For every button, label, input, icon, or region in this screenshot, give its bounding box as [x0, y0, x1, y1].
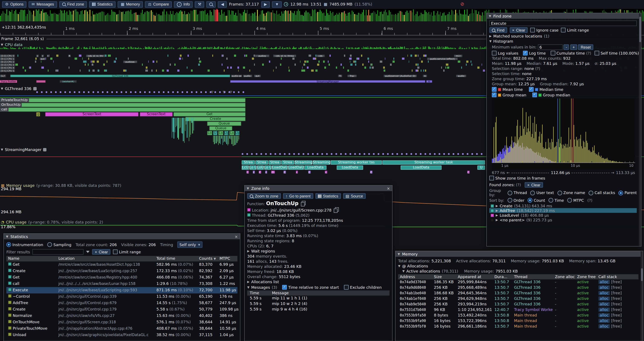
timeline-zone[interactable]: Strea: [242, 160, 255, 165]
timeline-zone[interactable]: Up: [235, 131, 240, 135]
cpu-zone[interactable]: c: [41, 55, 44, 57]
alloc-callstack-link[interactable]: alloc: [598, 302, 610, 306]
timeline-zone[interactable]: [0, 98, 246, 102]
timeline-zone[interactable]: LoadData: [401, 165, 442, 170]
allocation-row[interactable]: 0x74a9d68040 256 KB 295,668,489ns 13:50.…: [398, 285, 638, 290]
cpu-zone[interactable]: StreamingManager: [230, 80, 425, 83]
expand-icon[interactable]: ▶: [496, 209, 498, 212]
frame-menu-button[interactable]: ▼: [272, 1, 282, 8]
free-callstack-link[interactable]: [free]: [611, 296, 622, 301]
allocations-list-collapser[interactable]: ▶ Allocations list: [247, 280, 390, 284]
allocation-row[interactable]: 0x74ab1ef040 256 KB 294,629,948ns 13:50.…: [398, 296, 638, 301]
cpu-zone[interactable]: audio.service (effect): [427, 58, 458, 60]
timeline-zone[interactable]: LoadDaU: [288, 165, 304, 170]
scrollbar-thumb[interactable]: [641, 268, 642, 281]
cpu-zone[interactable]: aut: [40, 58, 46, 60]
show-zone-time-checkbox[interactable]: Show zone time in frames: [489, 176, 545, 180]
zone-info-titlebar[interactable]: ▼ Zone info ×: [245, 186, 392, 191]
zone-ghost-label[interactable]: PrivateTouchUp: [0, 98, 29, 102]
free-callstack-link[interactable]: [free]: [611, 285, 622, 290]
cpu-zone[interactable]: A: [423, 75, 427, 77]
find-button[interactable]: Find: [489, 27, 507, 33]
timeline-zone[interactable]: [0, 108, 246, 112]
checkbox[interactable]: Cumulate time (?): [550, 51, 591, 56]
alloc-callstack-link[interactable]: alloc: [598, 307, 610, 312]
statistics-row[interactable]: Normalize jni/../jni/src/claw/vfs/Vfs.cp…: [6, 313, 238, 319]
timeline-zone[interactable]: Lo U: [249, 165, 256, 170]
active-allocations-collapser[interactable]: ▼ Active allocations (70,311) Memory usa…: [402, 269, 638, 273]
timeline-zone[interactable]: g: [36, 112, 40, 116]
tools-button[interactable]: ⚒: [195, 1, 204, 8]
wait-regions-collapser[interactable]: ▶ Wait regions: [247, 249, 390, 253]
found-zone-row[interactable]: ▶ <no parent> (9) 225.73 µs: [489, 217, 637, 222]
allocation-row[interactable]: 0x74ab1be040 186.68 KB 294,645,364ns 13:…: [398, 290, 638, 296]
cpu-zone[interactable]: R: [68, 55, 71, 57]
alloc-callstack-link[interactable]: alloc: [598, 313, 610, 317]
cpu-zone[interactable]: audios: [255, 55, 269, 57]
zoom-to-zone-button[interactable]: Zoom to zone: [247, 193, 281, 199]
plot-mark-zone[interactable]: c: [253, 171, 255, 174]
radio-option[interactable]: Parent: [618, 190, 637, 195]
limit-range-checkbox[interactable]: Limit range: [113, 249, 141, 254]
statistics-row[interactable]: Create jni/../jni/src/guif/Control.cpp:1…: [6, 306, 238, 313]
statistics-panel-titlebar[interactable]: ▼ Statistics ×: [4, 234, 240, 239]
sampling-radio[interactable]: Sampling: [48, 242, 72, 247]
message-row[interactable]: 5.59 s mip 9 w 4 h 4 (16): [247, 307, 390, 312]
zone-ghost-label[interactable]: OnTouchUp: [0, 103, 22, 107]
message-row[interactable]: 5.59 s mip 11 w 1 h 1 (1): [247, 295, 390, 301]
cpu-zone[interactable]: c: [36, 55, 39, 57]
checkbox[interactable]: Self time (100.00%): [594, 51, 640, 56]
timeline-zone[interactable]: U: [477, 165, 485, 170]
timeline-zone[interactable]: Strea: [255, 160, 268, 165]
plot-mark-zone[interactable]: c: [265, 171, 267, 174]
allocations-collapser[interactable]: ▼ @ Allocations: [398, 264, 638, 268]
allocation-row[interactable]: 0x7531d7b040 96 KB 1:10 234,952,161 12:4…: [398, 307, 638, 313]
free-callstack-link[interactable]: [free]: [611, 324, 622, 328]
radio-option[interactable]: Thread: [508, 190, 527, 195]
compare-button[interactable]: ⚖ Compare: [145, 1, 172, 8]
message-row[interactable]: 5.59 s mip 10 w 2 h 2 (4): [247, 301, 390, 307]
radio-option[interactable]: Call stacks: [588, 190, 615, 195]
expand-icon[interactable]: ▶: [496, 218, 498, 222]
cpu-zone[interactable]: (worker#): [60, 80, 77, 83]
source-button[interactable]: ▤Source: [343, 193, 366, 199]
timeline-zone[interactable]: [0, 103, 246, 107]
timeline-zone[interactable]: Lo U: [264, 165, 272, 170]
plot-mark-zone[interactable]: c: [296, 171, 298, 174]
timeline-zone[interactable]: LoadData: [337, 165, 363, 170]
find-zone-button[interactable]: Find zone: [59, 1, 87, 8]
statistics-table-header[interactable]: Name Location Total time Counts ▼ MTPC: [6, 256, 238, 261]
cpu-zone[interactable]: t: [47, 55, 49, 57]
timeline-zone[interactable]: Queue: [209, 126, 232, 131]
timeline-zone[interactable]: LoadData: [304, 165, 326, 170]
thread-pin-icon[interactable]: [43, 148, 47, 151]
reset-button[interactable]: Reset: [578, 44, 593, 50]
timeline-zone[interactable]: ScreenText: [45, 112, 138, 116]
messages-collapser[interactable]: ▼ Messages (3) Time relative to zone sta…: [247, 285, 390, 290]
allocation-row[interactable]: 0x7553b9fa50 8 bytes 153,492,240ns 13:50…: [398, 313, 638, 318]
ignore-case-checkbox[interactable]: Ignore case: [530, 28, 558, 33]
timeline-zone[interactable]: Create: [186, 117, 246, 121]
radio-option[interactable]: Order: [508, 198, 524, 203]
next-frame-button[interactable]: ▶: [261, 1, 270, 8]
timeline-zone[interactable]: Up: [224, 131, 228, 135]
checkbox[interactable]: Log values: [492, 51, 520, 56]
cpu-usage-header[interactable]: ◔ CPU usage (y-range: 0.78%, visible dat…: [1, 220, 103, 224]
time-histogram[interactable]: 1 µs 10 µs 10: [492, 99, 635, 170]
funnel-icon[interactable]: [86, 251, 90, 253]
timeline-zone[interactable]: Strea: [281, 160, 294, 165]
allocation-row[interactable]: 0x74a9d37040 186.35 KB 295,999,844ns 13:…: [398, 279, 638, 285]
found-zone-row[interactable]: ▶ Create (54,131) 643.34 ms: [489, 203, 637, 208]
alloc-callstack-link[interactable]: alloc: [598, 285, 610, 290]
expand-icon[interactable]: ▶: [496, 204, 498, 207]
cpu-zone[interactable]: Ti: [338, 75, 342, 77]
histogram-collapser[interactable]: ▼ Histogram: [489, 39, 637, 44]
statistics-row[interactable]: OnTouchMove jni/../jni/src/guif/Screen.c…: [6, 319, 238, 325]
free-callstack-link[interactable]: [free]: [611, 318, 622, 323]
allocation-row[interactable]: 0x7553b9fbf0 16 bytes 296,661,186ns 13:5…: [398, 324, 638, 329]
matched-locations-collapser[interactable]: ▶ Matched source locations (1): [489, 34, 637, 38]
min-bin-input[interactable]: [538, 44, 562, 50]
legend-checkbox[interactable]: Group median: [532, 93, 570, 97]
expand-icon[interactable]: ▶: [496, 213, 498, 217]
timeline-zone[interactable]: U: [213, 131, 217, 135]
